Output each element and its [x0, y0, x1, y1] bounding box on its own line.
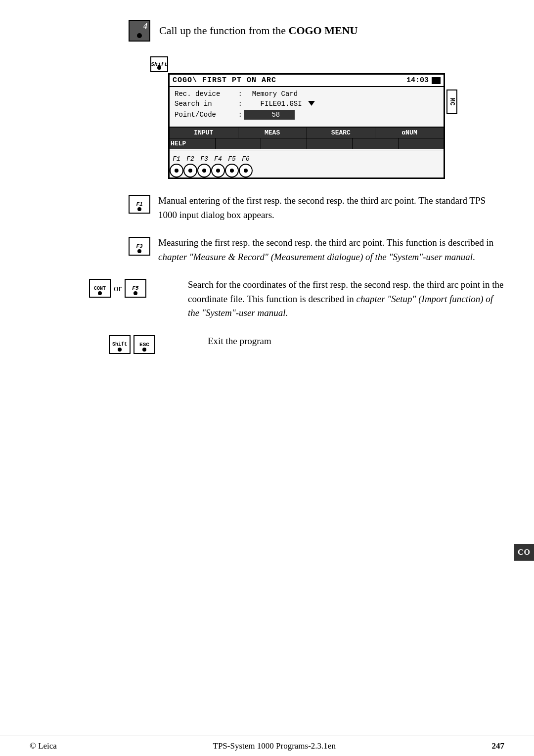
f2-button[interactable]: [183, 164, 197, 178]
shift-desc-label: Shift: [112, 342, 127, 347]
fkeys-row: F1 F2 F3 F4: [170, 155, 444, 178]
fkey-f1: F1: [170, 155, 183, 178]
fkeys-area: F1 F2 F3 F4: [170, 150, 444, 178]
search-in-value: FILE01.GSI: [244, 100, 439, 108]
mc-badge: MC: [446, 89, 457, 114]
f1-desc-button: F1: [129, 195, 150, 214]
fkey-f3: F3: [197, 155, 211, 178]
rec-device-row: Rec. device : Memory Card: [175, 90, 439, 98]
cont-f5-icon-area: CONT or F5: [89, 278, 188, 298]
point-code-row: Point/Code : 58: [175, 110, 439, 120]
f3-button[interactable]: [197, 164, 211, 178]
desc-shift-esc: Shift ESC Exit the program: [30, 334, 504, 354]
shift-esc-desc-text: Exit the program: [208, 334, 504, 349]
shift-button-area: Shift: [148, 56, 504, 72]
desc-f3: F3 Measuring the first resp. the second …: [30, 236, 504, 264]
dropdown-arrow: [308, 101, 315, 106]
screen-time: 14:03: [406, 76, 441, 85]
f5-desc-button: F5: [125, 279, 146, 298]
esc-dot: [142, 348, 146, 352]
f4-button[interactable]: [211, 164, 225, 178]
help-key-6: [399, 138, 444, 149]
f3-desc-button: F3: [129, 237, 150, 256]
co-tab: CO: [514, 544, 534, 561]
page-footer: © Leica TPS-System 1000 Programs-2.3.1en…: [0, 736, 534, 756]
f5-button[interactable]: [225, 164, 239, 178]
f1-desc-text: Manual entering of the first resp. the s…: [158, 194, 504, 222]
or-text: or: [114, 283, 122, 294]
softkey-row: INPUT MEAS SEARC αNUM: [170, 127, 444, 138]
help-key-4: [307, 138, 353, 149]
f1-icon-area: F1: [59, 194, 158, 214]
fkey-f2: F2: [183, 155, 197, 178]
cont-dot: [98, 291, 102, 295]
screen-title: COGO\ FIRST PT ON ARC: [173, 76, 276, 85]
f3-desc-dot: [137, 249, 141, 253]
shift-desc-button: Shift: [109, 335, 131, 354]
step-number: 4: [143, 22, 147, 31]
screen-container: COGO\ FIRST PT ON ARC 14:03 MC Rec. devi…: [168, 73, 445, 179]
step-dot: [137, 33, 142, 38]
f3-desc-text: Measuring the first resp. the second res…: [158, 236, 504, 264]
shift-button[interactable]: Shift: [150, 56, 168, 72]
point-code-value: 58: [244, 110, 295, 120]
step-header-text: Call up the function from the COGO MENU: [159, 24, 357, 37]
help-row: HELP: [170, 138, 444, 149]
fkey-f4: F4: [211, 155, 225, 178]
esc-button: ESC: [134, 335, 155, 354]
help-key-3: [261, 138, 307, 149]
fkey-f5: F5: [225, 155, 239, 178]
fkey-f6: F6: [239, 155, 253, 178]
screen-title-bar: COGO\ FIRST PT ON ARC 14:03: [170, 75, 444, 87]
shift-dot: [157, 66, 161, 70]
footer-page-number: 247: [492, 741, 505, 751]
footer-center: TPS-System 1000 Programs-2.3.1en: [213, 741, 336, 751]
point-code-label: Point/Code: [175, 111, 234, 119]
softkey-searc[interactable]: SEARC: [307, 128, 376, 138]
cont-label: CONT: [94, 286, 106, 291]
help-key-2: [216, 138, 262, 149]
softkey-input[interactable]: INPUT: [170, 128, 238, 138]
f3-desc-label: F3: [136, 243, 142, 249]
desc-f1: F1 Manual entering of the first resp. th…: [30, 194, 504, 222]
shift-esc-icon-area: Shift ESC: [109, 334, 208, 354]
battery-icon: [432, 77, 441, 84]
screen-body: Rec. device : Memory Card Search in : FI…: [170, 87, 444, 127]
footer-left: © Leica: [30, 741, 57, 751]
cont-button: CONT: [89, 279, 111, 298]
f5-desc-label: F5: [132, 285, 138, 291]
f1-button[interactable]: [170, 164, 183, 178]
search-in-row: Search in : FILE01.GSI: [175, 100, 439, 108]
f5-desc-dot: [134, 291, 137, 295]
esc-label: ESC: [139, 342, 149, 348]
search-in-label: Search in: [175, 100, 234, 108]
f6-button[interactable]: [239, 164, 253, 178]
step-4-icon: 4: [129, 20, 150, 42]
shift-desc-dot: [118, 348, 122, 352]
softkey-meas[interactable]: MEAS: [238, 128, 307, 138]
cont-f5-desc-text: Search for the coordinates of the first …: [188, 278, 504, 320]
f1-desc-dot: [137, 207, 141, 211]
rec-device-value: Memory Card: [244, 90, 439, 98]
device-screen: COGO\ FIRST PT ON ARC 14:03 MC Rec. devi…: [168, 73, 445, 179]
desc-cont-f5: CONT or F5 Search for the coordinates of…: [30, 278, 504, 320]
help-key-1[interactable]: HELP: [170, 138, 216, 149]
help-key-5: [353, 138, 399, 149]
cogo-menu-bold: COGO MENU: [289, 24, 358, 37]
f1-desc-label: F1: [136, 201, 142, 207]
step-header: 4 Call up the function from the COGO MEN…: [30, 20, 504, 42]
f3-icon-area: F3: [59, 236, 158, 256]
rec-device-label: Rec. device: [175, 90, 234, 98]
softkey-alphanum[interactable]: αNUM: [375, 128, 444, 138]
